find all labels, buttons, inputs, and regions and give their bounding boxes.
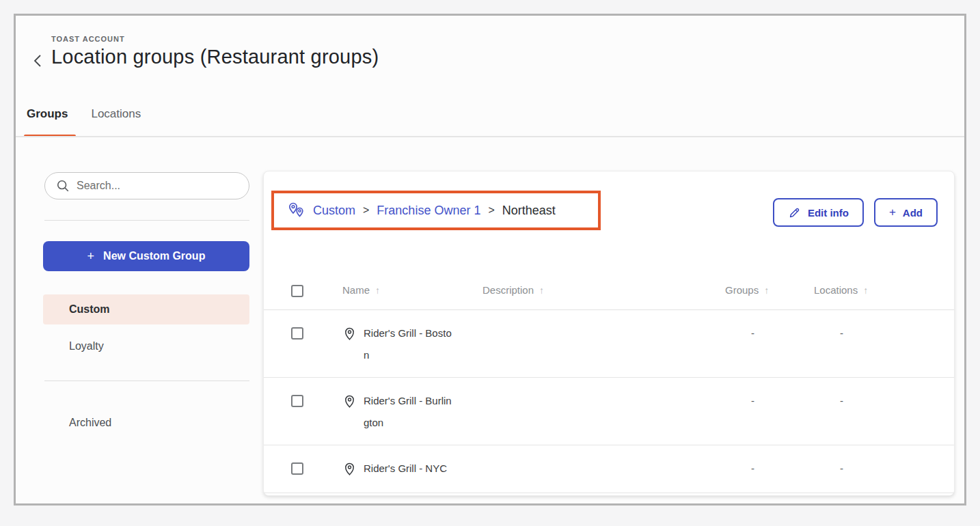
add-button[interactable]: + Add xyxy=(874,198,938,227)
header-label: Name xyxy=(342,284,370,296)
location-pin-icon xyxy=(342,326,357,342)
sidebar-divider xyxy=(44,380,249,381)
sidebar-divider xyxy=(44,220,249,221)
locations-count: - xyxy=(814,393,940,409)
table-row[interactable]: Rider's Grill - Burlington - - xyxy=(264,378,954,445)
sort-asc-icon: ↑ xyxy=(539,285,544,296)
location-pin-icon xyxy=(342,393,357,409)
account-eyebrow: TOAST ACCOUNT xyxy=(51,35,125,43)
header-label: Groups xyxy=(725,284,759,296)
locations-table: Name ↑ Description ↑ Groups ↑ Locations … xyxy=(264,271,954,493)
breadcrumb-separator: > xyxy=(488,204,494,217)
groups-count: - xyxy=(725,461,814,476)
sidebar-item-label: Archived xyxy=(69,417,111,429)
table-row[interactable]: Rider's Grill - NYC - - xyxy=(264,445,954,493)
select-all-checkbox[interactable] xyxy=(291,285,303,297)
column-header-description[interactable]: Description ↑ xyxy=(482,284,725,296)
locations-count: - xyxy=(814,461,940,476)
search-icon xyxy=(56,179,70,193)
table-row[interactable]: Rider's Grill - Boston - - xyxy=(264,310,954,378)
sort-asc-icon: ↑ xyxy=(375,285,380,296)
breadcrumb-separator: > xyxy=(363,204,369,217)
breadcrumb: Custom > Franchise Owner 1 > Northeast xyxy=(286,193,556,227)
breadcrumb-northeast: Northeast xyxy=(502,204,556,218)
column-header-name[interactable]: Name ↑ xyxy=(342,284,482,296)
pencil-icon xyxy=(788,206,801,219)
groups-panel: Custom > Franchise Owner 1 > Northeast E… xyxy=(263,171,955,496)
add-label: Add xyxy=(903,207,923,219)
search-input[interactable] xyxy=(77,180,227,192)
sidebar-item-custom[interactable]: Custom xyxy=(43,294,249,324)
sidebar-item-loyalty[interactable]: Loyalty xyxy=(43,331,249,361)
sort-asc-icon: ↑ xyxy=(863,285,868,296)
row-checkbox[interactable] xyxy=(291,327,303,340)
chevron-left-icon xyxy=(31,53,44,69)
column-header-locations[interactable]: Locations ↑ xyxy=(814,284,940,296)
edit-info-label: Edit info xyxy=(808,207,849,219)
panel-actions: Edit info + Add xyxy=(773,198,938,227)
location-name: Rider's Grill - Boston xyxy=(364,322,457,366)
groups-count: - xyxy=(725,326,814,341)
plus-icon: + xyxy=(889,206,896,219)
sort-asc-icon: ↑ xyxy=(764,285,769,296)
plus-icon: + xyxy=(87,249,95,264)
breadcrumb-franchise-owner-1[interactable]: Franchise Owner 1 xyxy=(377,204,480,218)
locations-count: - xyxy=(814,326,940,341)
new-custom-group-button[interactable]: + New Custom Group xyxy=(43,241,249,271)
tab-bar: Groups Locations xyxy=(27,106,141,137)
sidebar-item-archived[interactable]: Archived xyxy=(43,408,249,438)
page-title: Location groups (Restaurant groups) xyxy=(51,46,379,68)
location-pins-icon xyxy=(286,202,305,219)
tab-locations[interactable]: Locations xyxy=(91,106,141,137)
app-frame: TOAST ACCOUNT Location groups (Restauran… xyxy=(14,14,966,506)
table-body: Rider's Grill - Boston - - Rider's Grill… xyxy=(264,309,954,493)
sidebar-item-label: Custom xyxy=(69,303,110,316)
tab-groups[interactable]: Groups xyxy=(27,106,68,137)
row-checkbox[interactable] xyxy=(291,462,303,475)
location-name: Rider's Grill - Burlington xyxy=(364,390,457,434)
groups-count: - xyxy=(725,393,814,409)
back-button[interactable] xyxy=(28,50,47,72)
sidebar-item-label: Loyalty xyxy=(69,340,104,352)
table-header-row: Name ↑ Description ↑ Groups ↑ Locations … xyxy=(264,271,954,309)
row-checkbox[interactable] xyxy=(291,395,303,407)
new-custom-group-label: New Custom Group xyxy=(103,250,205,262)
column-header-groups[interactable]: Groups ↑ xyxy=(725,284,814,296)
header-label: Locations xyxy=(814,284,858,296)
header-label: Description xyxy=(482,284,534,296)
edit-info-button[interactable]: Edit info xyxy=(773,198,864,227)
location-pin-icon xyxy=(342,461,357,477)
location-name: Rider's Grill - NYC xyxy=(364,458,457,480)
breadcrumb-custom[interactable]: Custom xyxy=(313,204,355,218)
group-search xyxy=(44,172,249,199)
tab-divider xyxy=(16,136,964,137)
